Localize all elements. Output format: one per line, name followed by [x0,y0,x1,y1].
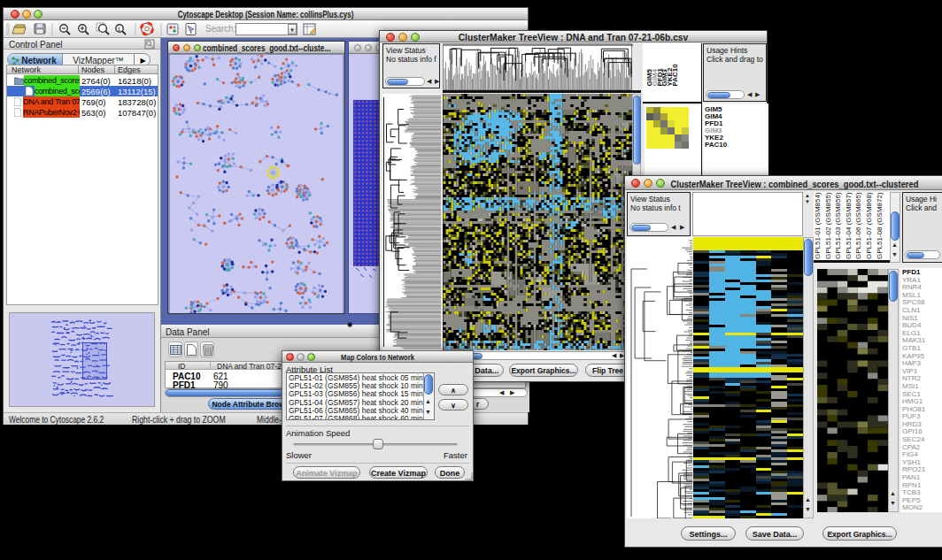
svg-text:1: 1 [118,27,120,32]
